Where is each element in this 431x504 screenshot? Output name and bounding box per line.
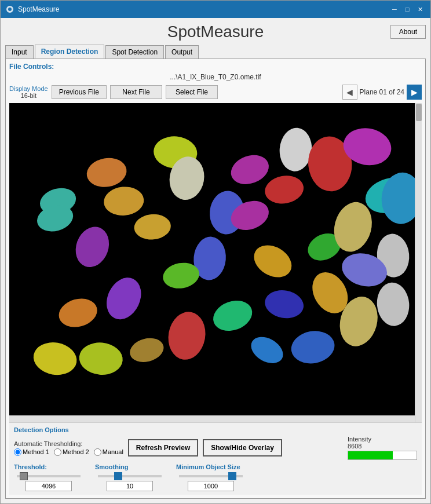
panel: File Controls: ...\A1_IX_Blue_T0_Z0.ome.… (5, 59, 426, 499)
tab-region-detection[interactable]: Region Detection (35, 45, 105, 59)
auto-threshold-group: Automatic Thresholding: Method 1 Method … (14, 440, 123, 456)
image-area (9, 103, 422, 422)
scrollbar-thumb-vertical[interactable] (416, 104, 422, 121)
horizontal-scrollbar[interactable] (9, 415, 415, 422)
smoothing-value-box: 10 (107, 481, 153, 491)
about-button[interactable]: About (390, 25, 426, 39)
threshold-slider-track[interactable] (17, 475, 81, 477)
refresh-preview-button[interactable]: Refresh Preview (128, 439, 198, 456)
smoothing-slider-track[interactable] (98, 475, 162, 477)
tab-output[interactable]: Output (165, 45, 199, 59)
bottom-row2: Threshold: 4096 Smoothing (14, 463, 417, 491)
title-bar: SpotMeasure ─ □ ✕ (1, 1, 430, 18)
intensity-value: 8608 (348, 443, 361, 450)
title-bar-controls: ─ □ ✕ (389, 3, 426, 15)
tab-spot-detection[interactable]: Spot Detection (105, 45, 164, 59)
controls-row: Display Mode 16-bit Previous File Next F… (9, 85, 422, 100)
show-hide-overlay-button[interactable]: Show/Hide Overlay (203, 439, 282, 456)
auto-threshold-label: Automatic Thresholding: (14, 440, 123, 447)
radio-group: Method 1 Method 2 Manual (14, 448, 123, 456)
intensity-bar-container (348, 451, 417, 460)
threshold-slider-thumb[interactable] (20, 472, 28, 480)
method2-radio-input[interactable] (54, 448, 61, 456)
method1-radio-input[interactable] (14, 448, 21, 456)
min-obj-size-label: Minimum Object Size (176, 463, 240, 470)
close-button[interactable]: ✕ (414, 3, 426, 15)
smoothing-group: Smoothing 10 (95, 463, 165, 491)
app-icon (5, 5, 14, 14)
next-file-button[interactable]: Next File (110, 85, 162, 99)
smoothing-slider-thumb[interactable] (114, 472, 122, 480)
minimize-button[interactable]: ─ (389, 3, 400, 15)
method2-radio[interactable]: Method 2 (54, 448, 89, 456)
min-obj-slider-track[interactable] (179, 475, 243, 477)
bottom-row1: Automatic Thresholding: Method 1 Method … (14, 436, 417, 460)
plane-forward-button[interactable]: ▶ (407, 85, 422, 100)
file-path: ...\A1_IX_Blue_T0_Z0.ome.tif (9, 73, 422, 81)
app-title: SpotMeasure (167, 23, 264, 41)
intensity-label: Intensity (348, 436, 371, 443)
detection-options-label: Detection Options (14, 426, 417, 433)
previous-file-button[interactable]: Previous File (52, 85, 107, 99)
intensity-bar (348, 451, 393, 459)
threshold-label: Threshold: (14, 463, 47, 470)
plane-label: Plane 01 of 24 (360, 88, 404, 96)
display-mode-value: 16-bit (21, 92, 37, 99)
bottom-controls: Detection Options Automatic Thresholding… (9, 422, 422, 495)
window-title: SpotMeasure (18, 5, 59, 13)
min-obj-value-box: 1000 (188, 481, 234, 491)
tab-bar: Input Region Detection Spot Detection Ou… (5, 45, 426, 59)
display-mode-label: Display Mode (9, 85, 48, 92)
file-controls-label: File Controls: (9, 63, 422, 71)
manual-radio-input[interactable] (94, 448, 101, 456)
select-file-button[interactable]: Select File (166, 85, 218, 99)
maximize-button[interactable]: □ (401, 3, 413, 15)
title-bar-left: SpotMeasure (5, 5, 59, 14)
main-content: SpotMeasure About Input Region Detection… (1, 18, 430, 503)
min-obj-size-group: Minimum Object Size 1000 (176, 463, 246, 491)
manual-radio[interactable]: Manual (94, 448, 123, 456)
cells-canvas (9, 103, 422, 422)
plane-back-button[interactable]: ◀ (342, 85, 357, 100)
main-window: SpotMeasure ─ □ ✕ SpotMeasure About Inpu… (0, 0, 431, 504)
display-mode-box: Display Mode 16-bit (9, 85, 48, 99)
svg-point-1 (8, 8, 12, 11)
plane-controls: ◀ Plane 01 of 24 ▶ (342, 85, 422, 100)
smoothing-label: Smoothing (95, 463, 128, 470)
threshold-group: Threshold: 4096 (14, 463, 83, 491)
intensity-group: Intensity 8608 (348, 436, 417, 460)
min-obj-slider-thumb[interactable] (228, 472, 236, 480)
tab-input[interactable]: Input (5, 45, 34, 59)
app-title-row: SpotMeasure About (5, 23, 426, 41)
threshold-value-box: 4096 (25, 481, 72, 491)
method1-radio[interactable]: Method 1 (14, 448, 49, 456)
vertical-scrollbar[interactable] (415, 103, 422, 422)
